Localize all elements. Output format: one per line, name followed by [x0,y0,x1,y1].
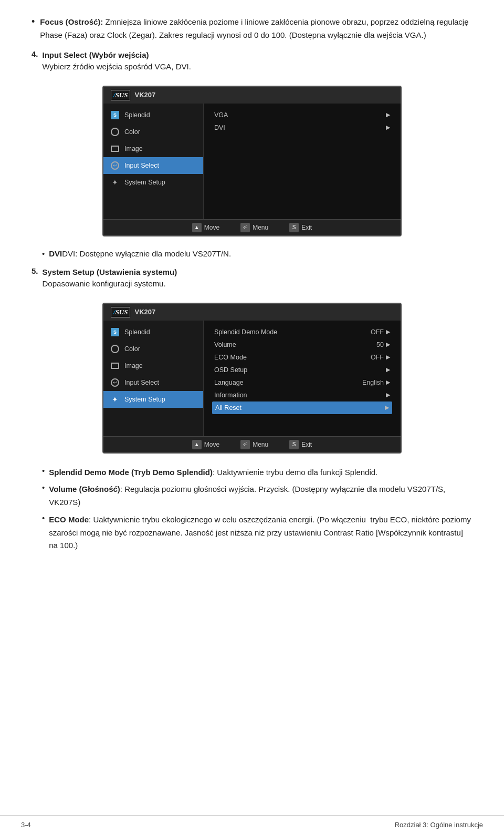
vga-label: VGA [214,111,228,119]
section4-title: Input Select (Wybór wejścia) Wybierz źró… [43,49,191,73]
menu-icon-1: ⏎ [240,223,250,232]
osd1-footer-menu: ⏎ Menu [240,223,268,232]
s-icon-1: S [111,111,119,119]
osd-setup-arrow: ▶ [386,366,390,373]
dvi-label: DVI [214,124,225,131]
s-icon-2: S [111,328,119,336]
splendid-demo-label: Splendid Demo Mode [214,328,277,336]
input-select-label-1: Input Select [124,162,159,169]
osd1-model: VK207 [134,91,155,99]
splendid-icon-2: S [110,327,120,337]
section5-subtitle: Dopasowanie konfiguracji systemu. [43,279,166,288]
input-select-label-2: Input Select [124,379,159,386]
osd2-model: VK207 [134,308,155,316]
system-setup-label-1: System Setup [124,179,165,186]
bullet-eco: • ECO Mode: Uaktywnienie trybu ekologicz… [42,513,472,553]
osd2-menu-image[interactable]: Image [103,357,203,374]
dvi-bullet-dot: • [42,249,45,258]
input-icon-1: ↩ [110,160,120,171]
bullet-dot-1: • [42,466,45,480]
move-icon-1: ▲ [192,223,202,232]
osd1-body: S Splendid Color [103,104,401,219]
setup-icon-1: ✦ [110,177,120,188]
section5-heading: 5. System Setup (Ustawienia systemu) Dop… [32,266,472,290]
wrench-icon-2: ✦ [112,395,118,404]
splendid-label-2: Splendid [124,328,150,336]
circle-icon-1 [111,128,119,136]
bullet-dot: • [32,16,35,42]
system-setup-label-2: System Setup [124,396,165,403]
dvi-note-text: DVIDVI: Dostępne wyłącznie dla modelu VS… [49,249,231,258]
osd2-information[interactable]: Information ▶ [212,389,392,401]
osd2-menu-splendid[interactable]: S Splendid [103,324,203,341]
osd1-header: /SUS VK207 [103,87,401,104]
osd1-menu-splendid[interactable]: S Splendid [103,107,203,123]
splendid-demo-text: Splendid Demo Mode (Tryb Demo Splendid):… [49,466,377,479]
all-reset-arrow: ▶ [385,404,389,411]
osd1: /SUS VK207 S Splendid [102,86,402,236]
section5-title: System Setup (Ustawienia systemu) Dopaso… [43,266,177,290]
volume-label: Volume [214,341,236,348]
information-arrow: ▶ [386,392,390,398]
image-label-2: Image [124,362,143,369]
osd1-menu-color[interactable]: Color [103,123,203,140]
osd2-menu-input-select[interactable]: ↩ Input Select [103,374,203,391]
move-label-1: Move [204,224,219,231]
menu-icon-2: ⏎ [240,440,250,449]
volume-text: Volume (Głośność): Regulacja poziomu gło… [49,483,472,509]
page-content: • Focus (Ostrość): Zmniejsza liniowe zak… [0,0,504,588]
arrow-icon-2: ↩ [111,378,119,387]
focus-line: Focus (Ostrość): Zmniejsza liniowe zakłó… [40,17,468,39]
osd1-menu-left: S Splendid Color [103,104,203,219]
bullet-volume: • Volume (Głośność): Regulacja poziomu g… [42,483,472,510]
color-icon-2 [110,344,120,354]
setup-icon-2: ✦ [110,394,120,405]
osd1-menu-image[interactable]: Image [103,140,203,157]
bullet-dot-2: • [42,483,45,510]
color-label-1: Color [124,128,140,136]
osd2-body: S Splendid Color Image [103,321,401,436]
section4-title-bold: Input Select (Wybór wejścia) [43,50,149,59]
splendid-icon-1: S [110,110,120,120]
splendid-label-1: Splendid [124,111,150,119]
osd2-menu-right: Splendid Demo Mode OFF ▶ Volume 50 ▶ ECO… [203,321,401,436]
wrench-icon-1: ✦ [112,178,118,187]
eco-text: ECO Mode: Uaktywnienie trybu ekologiczne… [49,513,472,552]
osd1-menu-system-setup[interactable]: ✦ System Setup [103,174,203,191]
osd2-splendid-demo[interactable]: Splendid Demo Mode OFF ▶ [212,326,392,338]
dvi-note-span: DVI: Dostępne wyłącznie dla modelu VS207… [62,249,231,258]
language-label: Language [214,379,244,386]
exit-icon-1: S [289,223,299,232]
information-label: Information [214,392,247,399]
bullet-focus: • Focus (Ostrość): Zmniejsza liniowe zak… [32,16,472,42]
image-icon-2 [110,361,120,371]
bullet-splendid-demo: • Splendid Demo Mode (Tryb Demo Splendid… [42,466,472,480]
vga-arrow: ▶ [386,111,390,118]
section5-number: 5. [32,266,38,275]
eco-value: OFF ▶ [371,354,390,361]
osd1-right-vga[interactable]: VGA ▶ [212,109,392,121]
rect-icon-2 [111,363,119,369]
osd-setup-label: OSD Setup [214,366,247,374]
input-icon-2: ↩ [110,377,120,388]
move-icon-2: ▲ [192,440,202,449]
circle-icon-2 [111,345,119,353]
arrow-icon-1: ↩ [111,161,119,170]
osd2-osd-setup[interactable]: OSD Setup ▶ [212,364,392,376]
asus-logo-1: /SUS [111,90,130,100]
osd2-menu-system-setup[interactable]: ✦ System Setup [103,391,203,408]
osd2-footer-menu: ⏎ Menu [240,440,268,449]
osd2-volume[interactable]: Volume 50 ▶ [212,338,392,351]
all-reset-label: All Reset [215,404,242,411]
osd1-menu-input-select[interactable]: ↩ Input Select [103,157,203,174]
image-label-1: Image [124,145,143,152]
osd2-eco-mode[interactable]: ECO Mode OFF ▶ [212,351,392,364]
osd2-wrapper: /SUS VK207 S Splendid Color [32,295,472,461]
image-icon-1 [110,143,120,154]
osd2-menu-color[interactable]: Color [103,341,203,357]
osd2-footer-exit: S Exit [289,440,312,449]
exit-icon-2: S [289,440,299,449]
osd2-all-reset[interactable]: All Reset ▶ [212,401,392,414]
osd1-right-dvi[interactable]: DVI ▶ [212,121,392,134]
osd2-language[interactable]: Language English ▶ [212,376,392,389]
